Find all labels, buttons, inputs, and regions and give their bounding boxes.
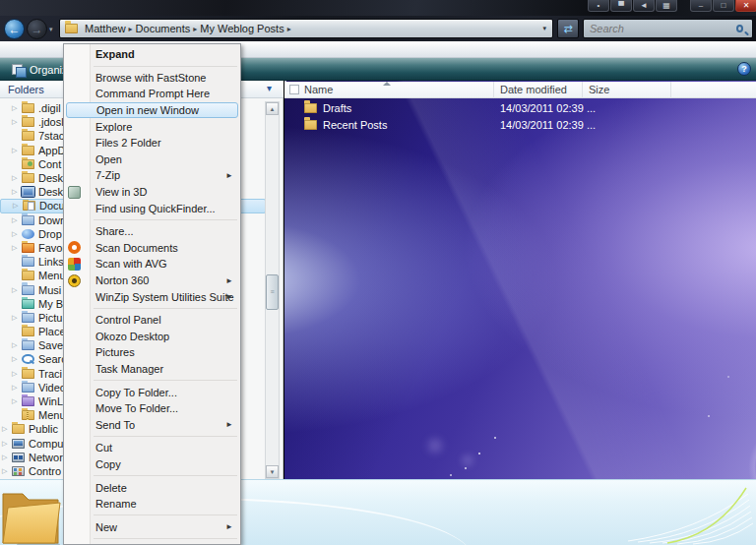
menu-item-scan-documents[interactable]: Scan Documents ► [64, 240, 240, 257]
forward-button[interactable]: → [27, 19, 47, 39]
search-box [583, 19, 753, 38]
menu-item-copy-to-folder[interactable]: Copy To Folder... ► [64, 384, 240, 400]
menu-item-quickfinder[interactable]: Find using QuickFinder... ► [64, 200, 240, 216]
menu-item-view-in-3d[interactable]: View in 3D ► [64, 184, 240, 201]
menu-item-expand[interactable]: Expand ► [64, 46, 240, 63]
column-size[interactable]: Size [582, 82, 609, 98]
rollup-button[interactable]: ▀ [610, 0, 632, 12]
address-dropdown-icon[interactable]: ▾ [542, 25, 546, 32]
tree-folder-icon [12, 466, 25, 476]
expander-icon[interactable]: ▷ [2, 454, 12, 461]
menu-item-winzip-utilities[interactable]: WinZip System Utilities Suite ► [64, 288, 240, 305]
scroll-up-icon[interactable]: ▲ [266, 102, 279, 115]
expander-icon[interactable]: ▷ [12, 118, 22, 126]
expander-icon[interactable]: ▷ [12, 341, 22, 349]
expander-icon[interactable]: ▷ [12, 355, 22, 363]
menu-item-share[interactable]: Share... ► [64, 223, 240, 240]
expander-icon[interactable]: ▷ [12, 188, 22, 196]
tree-folder-icon [12, 453, 25, 462]
transparency-button[interactable]: ▦ [656, 0, 677, 12]
Drafts[interactable]: Drafts 14/03/2011 02:39 ... [284, 99, 756, 116]
menu-item-explore[interactable]: Explore ► [64, 118, 240, 135]
menu-item-command-prompt-here[interactable]: Command Prompt Here ► [64, 86, 240, 102]
search-icon[interactable] [736, 25, 743, 32]
dock-left-button[interactable]: ◄ [633, 0, 655, 12]
Recent Posts[interactable]: Recent Posts 14/03/2011 02:39 ... [284, 116, 756, 133]
menu-item-norton-360[interactable]: Norton 360 ► [64, 272, 240, 289]
breadcrumb-item[interactable]: My Weblog Posts [197, 23, 286, 34]
menu-item-move-to-folder[interactable]: Move To Folder... ► [64, 400, 240, 417]
menu-item-files-2-folder[interactable]: Files 2 Folder ► [64, 135, 240, 151]
dot-button[interactable]: • [588, 0, 609, 12]
menu-item-open[interactable]: Open ► [64, 151, 240, 168]
scrollbar-thumb[interactable]: ≡ [266, 274, 279, 310]
maximize-button[interactable]: □ [713, 0, 734, 12]
expander-icon[interactable]: ▷ [12, 230, 22, 238]
menu-item-copy[interactable]: Copy ► [64, 456, 240, 473]
context-menu: Expand ► Browse with FastStone ► Command… [63, 43, 241, 545]
back-button[interactable]: ← [4, 19, 25, 39]
expander-icon[interactable]: ▷ [2, 467, 12, 475]
expander-icon[interactable]: ▷ [2, 440, 12, 448]
column-name[interactable]: Name [304, 82, 333, 98]
expander-icon[interactable]: ▷ [12, 147, 22, 154]
expander-icon[interactable]: ▷ [12, 216, 22, 224]
breadcrumb-separator-icon[interactable]: ▸ [287, 25, 291, 33]
expander-icon[interactable]: ▷ [12, 286, 22, 294]
tree-folder-icon [22, 313, 34, 323]
menu-item-new[interactable]: New ► [64, 518, 240, 535]
menu-item-scan-with-avg[interactable]: Scan with AVG ► [64, 256, 240, 272]
menu-item-browse-faststone[interactable]: Browse with FastStone ► [64, 70, 240, 87]
menu-separator [64, 63, 240, 70]
menu-item-icon [68, 362, 81, 375]
tree-folder-icon [22, 117, 34, 127]
menu-item-cut[interactable]: Cut ► [64, 440, 240, 456]
menu-item-icon [68, 386, 81, 398]
menu-item-delete[interactable]: Delete ► [64, 479, 240, 496]
select-all-checkbox[interactable] [289, 85, 299, 94]
menu-item-pictures[interactable]: Pictures ► [64, 344, 240, 361]
expander-icon[interactable]: ▷ [12, 104, 22, 112]
menu-item-icon [68, 498, 81, 511]
breadcrumb-item[interactable]: Matthew [82, 23, 129, 34]
tree-folder-icon [22, 243, 34, 253]
tree-folder-icon [22, 369, 34, 379]
menu-item-icon [68, 481, 81, 494]
help-button[interactable]: ? [737, 62, 751, 76]
expander-icon[interactable]: ▷ [13, 202, 23, 210]
history-dropdown-icon[interactable]: ▾ [49, 26, 53, 33]
column-date-modified[interactable]: Date modified [493, 82, 567, 98]
expander-icon[interactable]: ▷ [12, 384, 22, 392]
folder-icon [65, 24, 78, 33]
expander-icon[interactable]: ▷ [2, 425, 12, 433]
menu-item-icon [68, 457, 81, 470]
window-controls: – □ ✕ [690, 0, 756, 12]
expander-icon[interactable]: ▷ [12, 174, 22, 182]
expander-icon[interactable]: ▷ [12, 314, 22, 322]
address-bar: ← → ▾ Matthew▸Documents▸My Weblog Posts▸… [0, 16, 756, 41]
breadcrumb[interactable]: Matthew▸Documents▸My Weblog Posts▸ ▾ [59, 19, 553, 38]
expander-icon[interactable]: ▷ [12, 244, 22, 252]
menu-item-send-to[interactable]: Send To ► [64, 416, 240, 433]
menu-item-task-manager[interactable]: Task Manager ► [64, 361, 240, 378]
submenu-arrow-icon: ► [225, 276, 233, 285]
scroll-down-icon[interactable]: ▼ [266, 465, 279, 478]
refresh-button[interactable]: ⇄ [557, 19, 579, 38]
tree-scrollbar[interactable]: ▲ ≡ ▼ [265, 101, 280, 479]
search-input[interactable] [584, 23, 736, 34]
tree-folder-icon [22, 173, 34, 183]
close-button[interactable]: ✕ [735, 0, 756, 12]
sort-ascending-icon[interactable] [383, 82, 391, 86]
breadcrumb-item[interactable]: Documents [133, 23, 194, 34]
minimize-button[interactable]: – [690, 0, 712, 12]
expander-icon[interactable]: ▷ [12, 370, 22, 378]
menu-item-open-in-new-window[interactable]: Open in new Window ► [66, 102, 238, 119]
menu-item-7zip[interactable]: 7-Zip ► [64, 167, 240, 184]
expander-icon[interactable]: ▷ [12, 397, 22, 405]
menu-item-rename[interactable]: Rename ► [64, 496, 240, 513]
tree-folder-icon [22, 327, 34, 336]
menu-item-okozo-desktop[interactable]: Okozo Desktop ► [64, 329, 240, 345]
menu-item-control-panel[interactable]: Control Panel ► [64, 312, 240, 329]
extra-window-buttons: •▀◄▦ [588, 0, 677, 12]
folders-collapse-chevron-icon[interactable]: ▾ [267, 83, 272, 93]
